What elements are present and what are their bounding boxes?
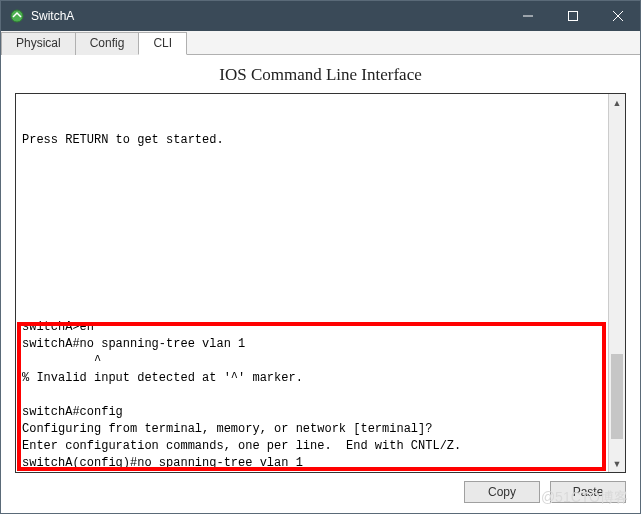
terminal-output[interactable]: Press RETURN to get started. switchA>en …	[16, 94, 608, 472]
close-button[interactable]	[595, 1, 640, 31]
terminal-line: Press RETURN to get started.	[22, 133, 224, 147]
tab-physical[interactable]: Physical	[1, 32, 76, 55]
terminal-line: % Invalid input detected at '^' marker.	[22, 371, 303, 385]
button-row: Copy Paste	[15, 481, 626, 503]
svg-point-0	[11, 10, 23, 22]
terminal-line: switchA#config	[22, 405, 123, 419]
terminal-line: Enter configuration commands, one per li…	[22, 439, 461, 453]
paste-button[interactable]: Paste	[550, 481, 626, 503]
tab-cli[interactable]: CLI	[138, 32, 187, 55]
scroll-thumb[interactable]	[611, 354, 623, 439]
scroll-up-icon[interactable]: ▲	[609, 94, 625, 111]
minimize-button[interactable]	[505, 1, 550, 31]
scroll-down-icon[interactable]: ▼	[609, 455, 625, 472]
app-icon	[9, 8, 25, 24]
terminal-line: Configuring from terminal, memory, or ne…	[22, 422, 432, 436]
titlebar: SwitchA	[1, 1, 640, 31]
tab-config[interactable]: Config	[75, 32, 140, 55]
terminal-line: ^	[22, 354, 101, 368]
window-title: SwitchA	[31, 9, 74, 23]
terminal-container: Press RETURN to get started. switchA>en …	[15, 93, 626, 473]
copy-button[interactable]: Copy	[464, 481, 540, 503]
svg-rect-2	[568, 12, 577, 21]
content-area: IOS Command Line Interface Press RETURN …	[1, 55, 640, 511]
terminal-line: switchA#no spanning-tree vlan 1	[22, 337, 245, 351]
terminal-line: switchA(config)#no spanning-tree vlan 1	[22, 456, 303, 470]
tabstrip: Physical Config CLI	[1, 31, 640, 55]
page-title: IOS Command Line Interface	[15, 65, 626, 85]
maximize-button[interactable]	[550, 1, 595, 31]
terminal-line: switchA>en	[22, 320, 94, 334]
scrollbar[interactable]: ▲ ▼	[608, 94, 625, 472]
